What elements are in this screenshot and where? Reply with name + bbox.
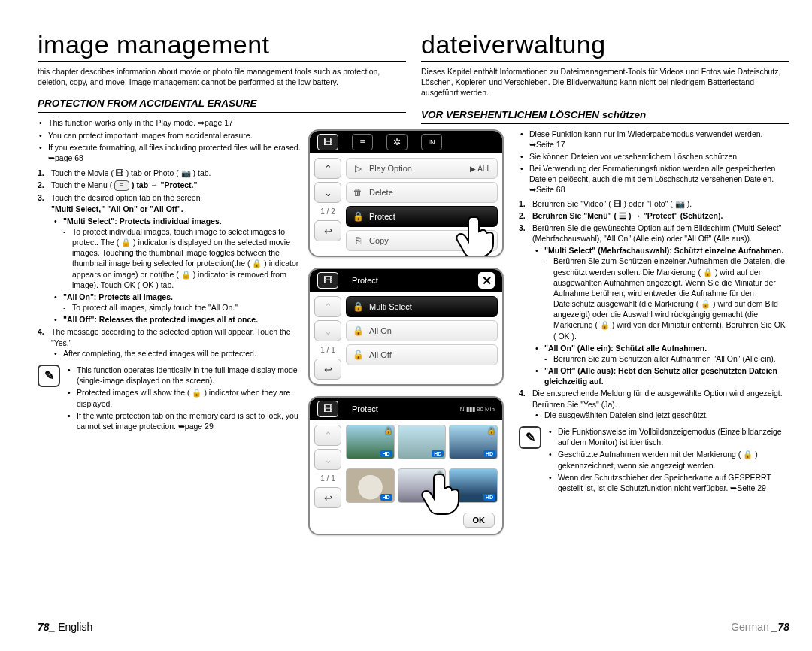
scroll-up-button[interactable]: ⌃ [314,296,341,317]
lock-icon: 🔒 [435,471,444,478]
rule [421,61,789,62]
status-indicator: IN ▮▮▮ 80 Min [459,406,495,413]
lock-on-icon: 🔒 [353,326,363,336]
step: 1.Berühren Sie "Video" ( 🎞 ) oder "Foto"… [519,198,789,209]
note-icon: ✎ [519,426,541,449]
back-button[interactable]: ↩ [314,220,341,241]
menu-tab-icon[interactable]: ≡ [352,134,373,150]
back-button[interactable]: ↩ [314,487,341,508]
left-section-heading: PROTECTION FROM ACCIDENTAL ERASURE [38,98,406,109]
right-title: dateiverwaltung [421,30,789,59]
screen-title: Protect [352,404,445,413]
left-footer: 78_ English [38,621,92,633]
right-intro: Dieses Kapitel enthält Informationen zu … [421,66,789,98]
left-title: image management [38,30,406,59]
lock-icon: 🔒 [487,427,495,435]
scroll-up-button[interactable]: ⌃ [314,425,341,446]
bullet: Bei Verwendung der Formatierungsfunktion… [519,163,789,195]
menu-item-play-option[interactable]: ▷ Play Option ▶ ALL [346,158,498,179]
bullet: You can protect important images from ac… [38,130,308,141]
back-button[interactable]: ↩ [314,359,341,380]
note-block: ✎ This function operates identically in … [38,365,308,433]
movie-tab-icon[interactable]: 🎞 [317,272,338,289]
menu-item-protect[interactable]: 🔒 Protect [346,206,498,227]
page-indicator: 1 / 1 [314,473,341,484]
step: 1.Touch the Movie ( 🎞 ) tab or Photo ( 📷… [38,168,308,178]
thumbnail[interactable]: 🔒HD [346,425,395,459]
ok-button[interactable]: OK [463,513,495,528]
thumbnail[interactable]: 🔒HD [398,468,447,503]
menu-icon: ≡ [114,180,129,191]
screen-menu: 🎞 ≡ ✲ IN ⌃ ⌄ 1 / 2 ↩ ▷ Play Option ▶ ALL [308,129,504,257]
thumbnail[interactable]: HD [346,468,395,503]
opt-all-off: "All Off" (Alle aus): Hebt den Schutz al… [532,365,789,386]
option-all-off[interactable]: 🔓 All Off [346,344,498,365]
play-option-icon: ▷ [353,163,363,174]
right-section-heading: VOR VERSEHENTLICHEM LÖSCHEN schützen [421,109,789,120]
opt-all-on: "All On": Protects all images. To protec… [51,292,308,313]
thumbnail[interactable]: HD [449,468,498,503]
step: 3. Touch the desired option tab on the s… [38,192,308,325]
note-block: ✎ Die Funktionsweise im Vollbildanzeigem… [519,426,789,495]
thumbnail[interactable]: 🔒HD [449,425,498,459]
thumbnail[interactable]: HD [398,425,447,459]
scroll-down-button[interactable]: ⌄ [314,182,341,203]
rule [421,123,789,124]
bullet: If you execute formatting, all files inc… [38,142,308,163]
screen-protect-thumbnails: 🎞 Protect IN ▮▮▮ 80 Min ⌃ ⌄ 1 / 1 ↩ 🔒HD … [308,396,504,535]
scroll-up-button[interactable]: ⌃ [314,158,341,179]
trash-icon: 🗑 [353,187,363,198]
bullet: Diese Funktion kann nur im Wiedergabemod… [519,129,789,150]
rule [38,61,406,62]
opt-multi-select: "Multi Select": Protects individual imag… [51,216,308,290]
step: 3. Berühren Sie die gewünschte Option au… [519,223,789,387]
opt-all-off: "All Off": Releases the protected images… [51,314,308,325]
step: 4. The message according to the selected… [38,326,308,359]
close-button[interactable]: ✕ [478,272,495,289]
lock-icon: 🔒 [353,301,363,312]
step: 4. Die entsprechende Meldung für die aus… [519,388,789,420]
storage-tab-icon[interactable]: IN [421,134,442,150]
left-intro: this chapter describes information about… [38,66,406,87]
page-indicator: 1 / 2 [314,206,341,217]
step: 2. Touch the Menu ( ≡ ) tab → "Protect." [38,180,308,191]
menu-item-delete[interactable]: 🗑 Delete [346,182,498,203]
bullet: This function works only in the Play mod… [38,117,308,128]
page-indicator: 1 / 1 [314,344,341,356]
option-multi-select[interactable]: 🔒 Multi Select [346,296,498,317]
opt-multi-select: "Multi Select" (Mehrfachauswahl): Schütz… [532,245,789,341]
screen-protect-options: 🎞 Protect ✕ ⌃ ⌄ 1 / 1 ↩ 🔒 Multi Select [308,268,504,386]
opt-all-on: "All On" (Alle ein): Schützt alle Aufnah… [532,343,789,364]
bullet: Sie können Dateien vor versehentlichem L… [519,151,789,162]
copy-icon: ⎘ [353,235,363,246]
step: 2.Berühren Sie "Menü" ( ☰ ) → "Protect" … [519,210,789,221]
movie-tab-icon[interactable]: 🎞 [317,134,338,150]
option-all-on[interactable]: 🔒 All On [346,320,498,341]
rule [38,112,406,113]
settings-tab-icon[interactable]: ✲ [386,134,408,150]
menu-item-copy[interactable]: ⎘ Copy [346,230,498,251]
note-icon: ✎ [38,365,60,387]
movie-tab-icon[interactable]: 🎞 [317,401,338,417]
center-figures: 🎞 ≡ ✲ IN ⌃ ⌄ 1 / 2 ↩ ▷ Play Option ▶ ALL [308,129,504,535]
scroll-down-button[interactable]: ⌄ [314,320,341,341]
right-footer: German _78 [731,621,789,633]
lock-off-icon: 🔓 [353,350,363,360]
screen-title: Protect [352,276,465,285]
lock-icon: 🔒 [384,427,392,435]
scroll-down-button[interactable]: ⌄ [314,449,341,470]
lock-icon: 🔒 [353,211,363,222]
